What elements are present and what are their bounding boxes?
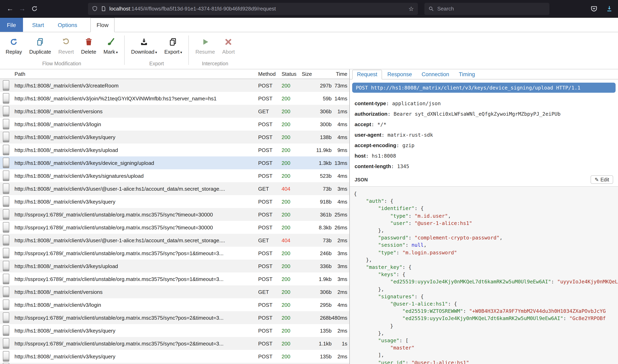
flow-row[interactable]: http://hs1:8008/_matrix/client/v3/join/%… [0,92,349,105]
flow-method: POST [258,173,282,179]
header-value: matrix-rust-sdk [388,132,433,138]
document-icon [3,183,9,194]
duplicate-button[interactable]: Duplicate [26,37,55,55]
flow-row[interactable]: http://ssproxy1:6789/_matrix/client/unst… [0,273,349,286]
detail-tab-response[interactable]: Response [383,70,416,79]
flow-method: POST [258,147,282,153]
detail-tab-connection[interactable]: Connection [417,70,454,79]
toolbar-group-caption: Export [127,59,186,69]
bookmark-star-icon[interactable]: ☆ [408,5,414,12]
delete-button[interactable]: Delete [78,37,100,55]
flow-type-icon [0,351,12,362]
replay-button[interactable]: Replay [2,37,26,55]
flow-path: http://hs1:8008/_matrix/client/v3/keys/u… [12,263,258,269]
dropdown-caret-icon: ▾ [180,50,182,54]
export-button[interactable]: Export▾ [161,37,186,55]
column-method[interactable]: Method [258,71,282,77]
request-body-json[interactable]: { "auth": { "identifier": { "type": "m.i… [350,187,618,364]
flow-method: GET [258,289,282,295]
request-header-line[interactable]: user-agent: matrix-rust-sdk [355,132,613,138]
resume-button[interactable]: Resume [192,37,219,55]
flow-row[interactable]: http://hs1:8008/_matrix/client/v3/keys/q… [0,324,349,337]
flow-row[interactable]: http://hs1:8008/_matrix/client/versionsG… [0,105,349,118]
request-header-line[interactable]: host: hs1:8008 [355,153,613,159]
flow-time: 4ms [332,198,349,205]
menu-tab-flow[interactable]: Flow [91,18,115,32]
edit-button[interactable]: ✎ Edit [591,175,613,184]
downloads-icon[interactable] [604,4,614,13]
flow-method: POST [258,121,282,127]
detail-tab-request[interactable]: Request [352,70,382,79]
column-path[interactable]: Path [12,71,258,77]
toolbar-group: Download▾Export▾Export [127,32,186,69]
flow-status: 200 [282,173,301,179]
reload-icon[interactable] [28,3,40,15]
status-code: 404 [282,237,290,243]
flow-time: 1ms [332,108,349,114]
flow-row[interactable]: http://hs1:8008/_matrix/client/v3/keys/d… [0,156,349,169]
flow-row[interactable]: http://ssproxy1:6789/_matrix/client/unst… [0,311,349,324]
shield-icon[interactable] [92,6,98,12]
flow-status: 200 [282,224,301,230]
flow-type-icon [0,106,12,117]
document-icon [3,312,9,323]
url-text: localhost:1445/#/flows/fba5f13d-91e1-437… [109,6,405,12]
document-icon [3,119,9,130]
flow-row-partial[interactable] [0,363,349,364]
flow-method: POST [258,327,282,334]
resume-label: Resume [195,49,215,55]
flow-status: 200 [282,263,301,269]
flow-row[interactable]: http://ssproxy1:6789/_matrix/client/unst… [0,208,349,221]
request-header-line[interactable]: accept-encoding: gzip [355,142,613,148]
back-icon[interactable]: ← [4,3,16,15]
request-header-line[interactable]: accept: */* [355,121,613,127]
browser-search-field[interactable]: Search [424,3,550,15]
document-icon [3,158,9,168]
menu-tab-options[interactable]: Options [53,18,82,32]
flow-row[interactable]: http://hs1:8008/_matrix/client/v3/keys/u… [0,143,349,156]
menu-file[interactable]: File [0,18,23,32]
mark-button[interactable]: Mark▾ [100,37,121,55]
download-tray-icon [140,37,148,47]
flow-row[interactable]: http://hs1:8008/_matrix/client/v3/user/@… [0,182,349,195]
flow-row[interactable]: http://hs1:8008/_matrix/client/v3/keys/q… [0,350,349,363]
menu-tab-start[interactable]: Start [28,18,48,32]
column-time[interactable]: Time [332,71,349,77]
status-code: 200 [282,121,290,127]
forward-icon[interactable]: → [16,3,28,15]
flow-row[interactable]: http://hs1:8008/_matrix/client/v3/create… [0,79,349,92]
flow-row[interactable]: http://hs1:8008/_matrix/client/v3/keys/q… [0,195,349,208]
flow-type-icon [0,158,12,168]
request-header-line[interactable]: content-length: 1345 [355,163,613,169]
flow-row[interactable]: http://hs1:8008/_matrix/client/v3/keys/u… [0,260,349,273]
flow-row[interactable]: http://hs1:8008/_matrix/client/v3/keys/s… [0,169,349,182]
header-separator: : [396,142,402,148]
flow-row[interactable]: http://hs1:8008/_matrix/client/v3/keys/q… [0,130,349,143]
flow-row[interactable]: http://ssproxy1:6789/_matrix/client/unst… [0,247,349,260]
download-button[interactable]: Download▾ [127,37,161,55]
flow-row[interactable]: http://hs1:8008/_matrix/client/v3/user/@… [0,234,349,247]
flow-row[interactable]: http://ssproxy1:6789/_matrix/client/unst… [0,221,349,234]
request-header-line[interactable]: authorization: Bearer syt_dXNlci0xLWFsaW… [355,111,613,117]
flow-row[interactable]: http://hs1:8008/_matrix/client/versionsG… [0,286,349,298]
document-icon [3,93,9,104]
flow-path: http://hs1:8008/_matrix/client/v3/keys/d… [12,160,258,166]
column-status[interactable]: Status [282,71,301,77]
abort-button[interactable]: Abort [219,37,238,55]
url-bar[interactable]: localhost:1445/#/flows/fba5f13d-91e1-437… [88,3,418,15]
flow-row[interactable]: http://hs1:8008/_matrix/client/v3/loginP… [0,298,349,311]
request-header-line[interactable]: content-type: application/json [355,100,613,106]
page-info-icon[interactable] [101,6,106,12]
flow-path: http://hs1:8008/_matrix/client/v3/join/%… [12,95,258,101]
flow-path: http://ssproxy1:6789/_matrix/client/unst… [12,340,258,347]
flow-row[interactable]: http://hs1:8008/_matrix/client/v3/loginP… [0,118,349,130]
status-code: 200 [282,315,290,321]
pocket-icon[interactable] [589,4,599,13]
detail-tab-timing[interactable]: Timing [455,70,479,79]
flow-table-header[interactable]: Path Method Status Size Time [0,69,349,79]
status-code: 200 [282,276,290,282]
request-line[interactable]: POST http://hs1:8008/_matrix/client/v3/k… [352,83,616,93]
revert-button[interactable]: Revert [55,37,78,55]
column-size[interactable]: Size [301,71,332,77]
flow-row[interactable]: http://ssproxy1:6789/_matrix/client/unst… [0,337,349,350]
